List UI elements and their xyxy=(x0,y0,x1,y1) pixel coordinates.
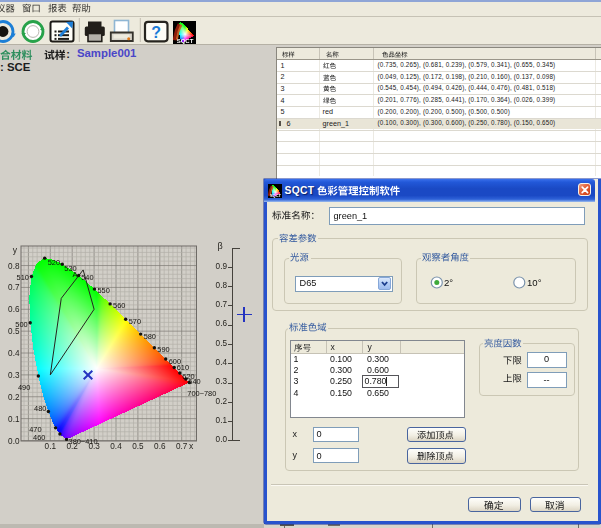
svg-text:?: ? xyxy=(151,24,161,41)
